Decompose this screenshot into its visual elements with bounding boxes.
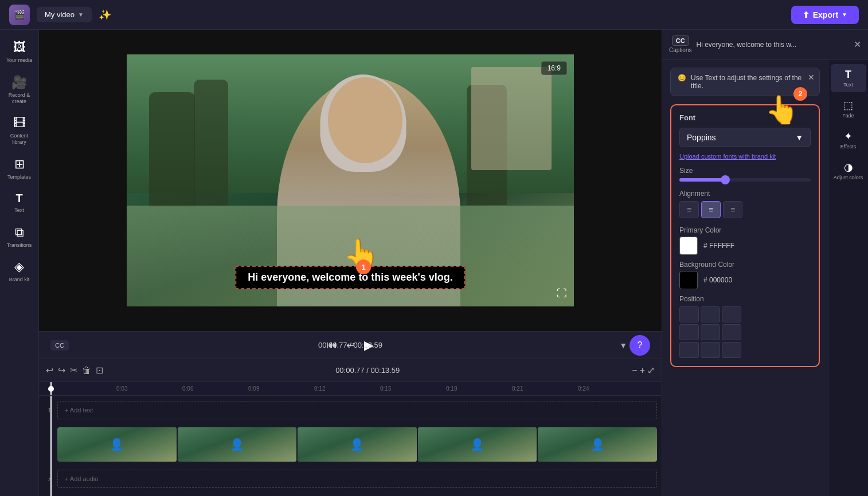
- captions-label: Captions: [669, 47, 691, 53]
- scroll-down-button[interactable]: ▼: [619, 341, 627, 350]
- upload-fonts-link[interactable]: Upload custom fonts with brand kit: [679, 153, 811, 160]
- bg-color-row: # 000000: [679, 271, 811, 289]
- transitions-icon: ⧉: [15, 225, 24, 240]
- templates-icon: ⊞: [14, 157, 25, 172]
- position-grid: [679, 306, 811, 358]
- zoom-in-button[interactable]: +: [640, 365, 645, 376]
- sidebar-item-templates[interactable]: ⊞ Templates: [2, 152, 37, 185]
- sidebar-item-content-library[interactable]: 🎞 Contentlibrary: [2, 111, 37, 150]
- video-clip-1[interactable]: 👤: [57, 427, 177, 462]
- add-audio-button[interactable]: + Add audio: [57, 470, 657, 488]
- tooltip-close-button[interactable]: ✕: [808, 73, 815, 82]
- alignment-buttons: ≡ ≡ ≡: [679, 201, 811, 218]
- add-text-label: + Add text: [65, 407, 93, 414]
- caption-text-preview: Hi everyone, welcome to this w...: [696, 41, 796, 49]
- video-clip-3[interactable]: 👤: [298, 427, 417, 462]
- audio-track-label: ♪: [44, 475, 55, 482]
- delete-button[interactable]: 🗑: [82, 365, 91, 376]
- ruler-mark-18: 0:18: [446, 385, 512, 392]
- video-clip-5[interactable]: 👤: [538, 427, 657, 462]
- project-name-button[interactable]: My video ▼: [37, 7, 92, 22]
- sidebar-item-your-media[interactable]: 🖼 Your media: [2, 36, 37, 68]
- video-track: 👤 👤 👤 👤: [39, 424, 662, 464]
- fullscreen-button[interactable]: ⛶: [557, 288, 567, 300]
- export-label: Export: [813, 10, 838, 19]
- pos-mid-center[interactable]: [701, 324, 720, 340]
- rtab-adjust-colors[interactable]: ◑ Adjust colors: [831, 156, 866, 185]
- playhead[interactable]: [50, 382, 52, 395]
- add-audio-label: + Add audio: [65, 475, 98, 482]
- cc-icon: CC: [672, 36, 689, 46]
- primary-color-swatch[interactable]: [679, 237, 698, 255]
- ruler-mark-0: 0: [50, 385, 116, 392]
- font-section-title: Font: [679, 113, 811, 122]
- pos-mid-left[interactable]: [679, 324, 699, 340]
- video-clip-2[interactable]: 👤: [178, 427, 297, 462]
- pos-bot-left[interactable]: [679, 342, 699, 358]
- zoom-out-button[interactable]: −: [632, 365, 637, 376]
- sidebar-item-transitions[interactable]: ⧉ Transitions: [2, 221, 37, 253]
- video-clips: 👤 👤 👤 👤: [57, 427, 657, 462]
- slider-thumb[interactable]: [721, 175, 730, 184]
- rtab-fade[interactable]: ⬚ Fade: [831, 95, 866, 123]
- help-button[interactable]: ?: [630, 335, 650, 356]
- rtab-text[interactable]: T Text: [831, 64, 866, 92]
- export-button[interactable]: ⬆ Export ▼: [791, 6, 859, 24]
- sidebar-label-your-media: Your media: [6, 57, 32, 64]
- fit-button[interactable]: ⤢: [647, 365, 655, 376]
- size-label: Size: [679, 167, 811, 175]
- video-clip-4[interactable]: 👤: [418, 427, 537, 462]
- rtab-text-icon: T: [845, 69, 851, 81]
- split-button[interactable]: ⊡: [96, 365, 103, 376]
- media-icon: 🖼: [13, 40, 26, 55]
- text-track-label: T: [44, 407, 55, 414]
- sidebar-item-record[interactable]: 🎥 Record &create: [2, 70, 37, 109]
- size-slider[interactable]: [679, 178, 811, 182]
- left-sidebar: 🖼 Your media 🎥 Record &create 🎞 Contentl…: [0, 30, 39, 496]
- rtab-effects[interactable]: ✦ Effects: [831, 125, 866, 154]
- font-panel: 👆 2 😊 Use Text to adjust the settings of…: [662, 60, 828, 496]
- right-panel-body: 👆 2 😊 Use Text to adjust the settings of…: [662, 60, 868, 496]
- align-left-button[interactable]: ≡: [679, 201, 699, 218]
- pos-top-left[interactable]: [679, 306, 699, 322]
- app-logo: 🎬: [9, 5, 30, 25]
- rtab-fade-icon: ⬚: [843, 99, 853, 112]
- video-canvas: Hi everyone, welcome to this week's vlog…: [127, 54, 574, 306]
- video-preview: Hi everyone, welcome to this week's vlog…: [39, 30, 662, 331]
- sidebar-label-record: Record &create: [9, 92, 30, 105]
- rtab-text-label: Text: [843, 82, 853, 88]
- sidebar-item-text[interactable]: T Text: [2, 187, 37, 218]
- cut-button[interactable]: ✂: [70, 365, 77, 376]
- rtab-adjust-label: Adjust colors: [834, 175, 863, 180]
- bg-color-swatch[interactable]: [679, 271, 698, 289]
- audio-track-content: + Add audio: [57, 470, 657, 488]
- align-center-button[interactable]: ≡: [701, 201, 721, 218]
- add-text-button[interactable]: + Add text: [57, 401, 657, 419]
- sidebar-label-brand-kit: Brand kit: [9, 277, 30, 283]
- sidebar-label-transitions: Transitions: [7, 242, 32, 249]
- cc-button[interactable]: CC: [50, 340, 69, 351]
- sidebar-label-templates: Templates: [7, 174, 31, 180]
- pos-bot-right[interactable]: [722, 342, 741, 358]
- ruler-mark-21: 0:21: [512, 385, 578, 392]
- primary-color-hex: # FFFFFF: [703, 242, 734, 250]
- brand-kit-icon: ◈: [14, 259, 24, 274]
- align-right-button[interactable]: ≡: [723, 201, 742, 218]
- font-selector[interactable]: Poppins ▼: [679, 128, 811, 147]
- undo-button[interactable]: ↩: [46, 365, 53, 376]
- close-panel-button[interactable]: ✕: [854, 39, 861, 50]
- redo-button[interactable]: ↪: [58, 365, 65, 376]
- cursor-badge-1: 1: [356, 259, 371, 274]
- font-name: Poppins: [687, 133, 716, 142]
- pos-top-center[interactable]: [701, 306, 720, 322]
- bg-color-label: Background Color: [679, 261, 811, 269]
- sidebar-item-brand-kit[interactable]: ◈ Brand kit: [2, 255, 37, 288]
- ruler-mark-12: 0:12: [314, 385, 380, 392]
- aspect-ratio-button[interactable]: 16:9: [541, 61, 567, 75]
- subtitle-text[interactable]: Hi everyone, welcome to this week's vlog…: [235, 266, 465, 289]
- magic-button[interactable]: ✨: [99, 9, 111, 21]
- pos-bot-center[interactable]: [701, 342, 720, 358]
- pos-mid-right[interactable]: [722, 324, 741, 340]
- pos-top-right[interactable]: [722, 306, 741, 322]
- ruler-mark-9: 0:09: [248, 385, 314, 392]
